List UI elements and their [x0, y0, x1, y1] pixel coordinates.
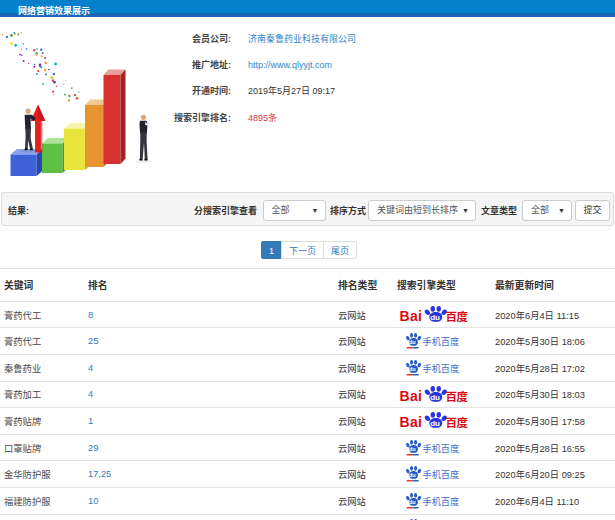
svg-text:手机百度: 手机百度 [422, 494, 459, 508]
svg-text:du: du [409, 499, 416, 505]
svg-text:手机百度: 手机百度 [422, 467, 459, 481]
svg-text:手机百度: 手机百度 [422, 361, 459, 375]
svg-text:du: du [409, 366, 416, 372]
svg-text:Bai: Bai [400, 308, 422, 324]
svg-text:du: du [409, 340, 416, 346]
svg-text:du: du [409, 446, 416, 452]
svg-text:手机百度: 手机百度 [422, 334, 459, 348]
svg-text:du: du [430, 419, 440, 428]
svg-text:du: du [409, 473, 416, 479]
svg-text:百度: 百度 [445, 388, 468, 404]
svg-text:Bai: Bai [400, 388, 422, 404]
svg-text:手机百度: 手机百度 [422, 441, 459, 455]
svg-text:du: du [430, 392, 440, 401]
svg-text:百度: 百度 [445, 414, 468, 430]
svg-text:Bai: Bai [400, 415, 422, 431]
svg-text:du: du [430, 313, 440, 322]
svg-text:百度: 百度 [445, 308, 468, 324]
